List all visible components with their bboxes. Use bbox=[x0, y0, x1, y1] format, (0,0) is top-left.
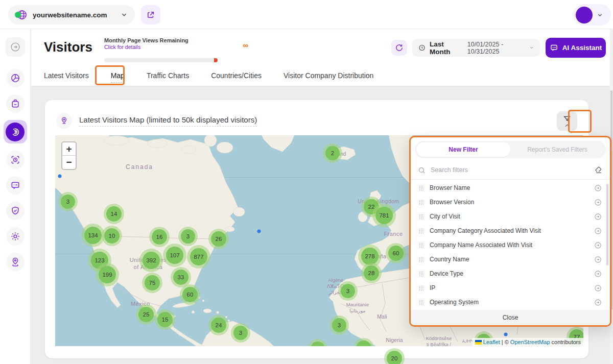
visitor-cluster-marker[interactable]: 26 bbox=[208, 229, 229, 249]
visitor-cluster-marker[interactable]: 3 bbox=[338, 281, 358, 301]
tab-latest-visitors[interactable]: Latest Visitors bbox=[44, 71, 89, 82]
visitor-cluster-marker[interactable]: 16 bbox=[149, 227, 170, 247]
ai-chat-icon bbox=[550, 43, 558, 52]
visitor-dot[interactable] bbox=[257, 230, 261, 233]
filter-item-device-type[interactable]: Device Type bbox=[411, 266, 610, 281]
tab-traffic-charts[interactable]: Traffic Charts bbox=[147, 71, 189, 82]
chevron-up-icon bbox=[564, 124, 570, 128]
capture-clock-icon bbox=[10, 155, 20, 165]
filter-item-open[interactable] bbox=[594, 213, 602, 221]
search-icon bbox=[418, 166, 426, 174]
filter-item-open[interactable] bbox=[594, 184, 602, 192]
filter-item-city-of-visit[interactable]: City of Visit bbox=[411, 209, 610, 224]
leaflet-link[interactable]: Leaflet bbox=[483, 339, 500, 345]
eraser-icon[interactable] bbox=[595, 166, 603, 174]
visitor-cluster-marker[interactable]: 392 bbox=[139, 249, 163, 272]
ai-assistant-button[interactable]: AI Assistant bbox=[546, 38, 606, 58]
visitor-cluster-marker[interactable]: 75 bbox=[142, 273, 162, 293]
account-menu[interactable] bbox=[573, 4, 611, 26]
filter-item-open[interactable] bbox=[594, 227, 602, 235]
cluster-count: 3 bbox=[332, 318, 346, 332]
sidebar-item-settings[interactable] bbox=[6, 227, 25, 246]
visitor-cluster-marker[interactable]: 3 bbox=[231, 323, 250, 343]
sidebar-item-feedback[interactable] bbox=[6, 176, 25, 195]
sliders-icon bbox=[418, 271, 425, 277]
filter-item-open[interactable] bbox=[594, 256, 602, 263]
tab-visitor-company-distribution[interactable]: Visitor Company Distribution bbox=[284, 71, 373, 82]
arrow-circle-right-icon bbox=[594, 199, 602, 206]
sidebar-item-ecommerce[interactable] bbox=[6, 94, 25, 113]
visitor-cluster-marker[interactable]: 60 bbox=[180, 284, 200, 305]
filter-item-open[interactable] bbox=[594, 270, 602, 278]
filter-item-open[interactable] bbox=[594, 284, 602, 292]
filter-item-operating-system[interactable]: Operating System bbox=[411, 295, 610, 309]
visitor-cluster-marker[interactable]: 24 bbox=[208, 315, 229, 335]
filter-close-button[interactable]: Close bbox=[411, 310, 610, 325]
visitor-cluster-marker[interactable]: 3 bbox=[329, 316, 349, 335]
filter-item-browser-name[interactable]: Browser Name bbox=[411, 181, 610, 195]
filter-item-ip[interactable]: IP bbox=[411, 281, 610, 295]
visitor-cluster-marker[interactable]: 2 bbox=[323, 143, 342, 163]
tab-saved-filters[interactable]: Report's Saved Filters bbox=[510, 142, 604, 157]
visitor-cluster-marker[interactable]: 3 bbox=[58, 192, 78, 211]
cluster-count: 24 bbox=[211, 318, 226, 333]
tab-countries-cities[interactable]: Countries/Cities bbox=[211, 71, 262, 82]
cluster-count: 3 bbox=[233, 326, 248, 340]
openstreetmap-link[interactable]: OpenStreetMap bbox=[510, 339, 550, 345]
attribution-separator: | © bbox=[502, 339, 509, 345]
sidebar-item-locations[interactable] bbox=[6, 253, 25, 271]
sidebar-collapse-button[interactable] bbox=[6, 37, 25, 57]
website-selector[interactable]: yourwebsitename.com bbox=[8, 5, 135, 25]
visitor-cluster-marker[interactable]: 25 bbox=[136, 304, 156, 325]
cluster-count: 3 bbox=[181, 229, 195, 244]
sidebar-item-privacy[interactable] bbox=[6, 202, 25, 220]
cluster-count: 107 bbox=[166, 247, 183, 264]
filter-item-open[interactable] bbox=[594, 199, 602, 206]
visitor-cluster-marker[interactable]: 781 bbox=[372, 204, 396, 227]
visitor-cluster-marker[interactable]: 14 bbox=[104, 204, 124, 224]
open-website-button[interactable] bbox=[141, 5, 160, 25]
visitor-dot[interactable] bbox=[504, 333, 508, 336]
date-range-label: Last Month bbox=[430, 40, 460, 56]
visitor-cluster-marker[interactable]: 60 bbox=[386, 243, 406, 263]
visitor-cluster-marker[interactable]: 10 bbox=[102, 226, 122, 246]
pie-chart-icon bbox=[10, 73, 20, 83]
arrow-circle-right-icon bbox=[594, 227, 602, 235]
visitor-dot[interactable] bbox=[58, 175, 62, 178]
refresh-icon bbox=[395, 43, 404, 52]
visitor-cluster-marker[interactable]: 15 bbox=[155, 309, 175, 330]
cluster-count: 877 bbox=[190, 248, 207, 265]
filter-item-browser-version[interactable]: Browser Version bbox=[411, 195, 610, 209]
sliders-icon bbox=[418, 228, 425, 234]
quota-details-link[interactable]: Click for details bbox=[104, 44, 248, 50]
sidebar-item-session-recordings[interactable] bbox=[6, 151, 25, 169]
visitor-cluster-marker[interactable]: 877 bbox=[187, 245, 210, 269]
visitor-cluster-marker[interactable]: 199 bbox=[96, 263, 119, 286]
filter-item-label: Browser Version bbox=[430, 199, 474, 206]
filter-item-company-category-associated-with-visit[interactable]: Company Category Associated With Visit bbox=[411, 224, 610, 238]
filter-toggle-button[interactable] bbox=[557, 111, 577, 131]
filter-list-scrollbar[interactable] bbox=[606, 184, 608, 265]
arrow-circle-right-icon bbox=[594, 299, 602, 306]
sidebar-item-dashboard[interactable] bbox=[6, 69, 25, 87]
cluster-count: 33 bbox=[173, 270, 188, 285]
map-pin-icon bbox=[10, 257, 20, 267]
refresh-button[interactable] bbox=[391, 40, 407, 56]
zoom-out-button[interactable]: − bbox=[62, 156, 76, 169]
visitor-cluster-marker[interactable]: 28 bbox=[361, 263, 382, 283]
filter-item-label: Country Name bbox=[430, 256, 469, 263]
filter-item-open[interactable] bbox=[594, 299, 602, 306]
tab-map[interactable]: Map bbox=[111, 71, 125, 82]
date-range-picker[interactable]: Last Month 10/01/2025 - 10/31/2025 bbox=[412, 39, 540, 57]
sidebar-item-visitors[interactable] bbox=[4, 120, 27, 143]
filter-item-country-name[interactable]: Country Name bbox=[411, 252, 610, 266]
visitor-cluster-marker[interactable]: 107 bbox=[163, 244, 186, 267]
filter-item-label: City of Visit bbox=[430, 213, 460, 220]
filter-item-company-name-associated-with-visit[interactable]: Company Name Associated With Visit bbox=[411, 238, 610, 252]
zoom-in-button[interactable]: + bbox=[62, 142, 76, 156]
filter-item-label: Browser Name bbox=[430, 184, 470, 191]
filter-item-open[interactable] bbox=[594, 241, 602, 249]
filter-search-input[interactable] bbox=[431, 166, 590, 174]
tab-new-filter[interactable]: New Filter bbox=[416, 142, 510, 157]
visitor-cluster-marker[interactable]: 3 bbox=[178, 227, 198, 246]
